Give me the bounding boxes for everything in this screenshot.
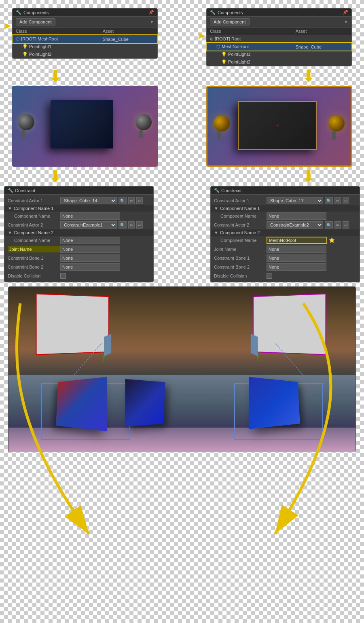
constraint-bone-2-row-right: Constraint Bone 2 [211,263,360,271]
wrench-icon-right: 🔧 [210,10,216,15]
disable-collision-checkbox-right[interactable] [267,273,272,279]
constraint-bone-1-input-left[interactable] [60,254,120,262]
constraint-actor-1-search-right[interactable]: 🔍 [325,197,333,204]
constraint-actor-1-pin-left[interactable]: ↩ [136,197,143,204]
component-name-1-value-right [267,212,356,220]
constraint-actor-2-search-left[interactable]: 🔍 [119,221,127,229]
highlight-icon-right: ⭐ [329,237,335,243]
joint-name-input-left[interactable] [60,246,120,253]
row-asset [99,51,157,58]
add-component-btn-right[interactable]: Add Component [210,18,250,25]
viewport-preview-row: + [0,86,364,167]
row-asset [99,43,157,51]
component-name-1-section-right[interactable]: ▼ Component Name 1 [211,205,360,212]
component-name-1-section-left[interactable]: ▼ Component Name 1 [4,205,153,212]
constraint-icon-right: 🔧 [214,188,220,193]
constraint-actor-1-search-left[interactable]: 🔍 [119,197,127,204]
right-light-sphere-2 [328,115,345,131]
constraint-bone-2-label-right: Constraint Bone 2 [214,265,267,269]
right-light-sphere-1 [214,115,230,131]
row-class: 💡 PointLight2 [13,51,99,58]
constraint-actor-2-pin-left[interactable]: ↩ [136,221,143,229]
col-asset-left: Asset [99,28,157,35]
constraint-bone-2-input-right[interactable] [267,263,326,271]
table-row[interactable]: ⊕ [ROOT] Root [207,35,351,43]
center-cube-3d [126,381,170,430]
joint-name-input-right[interactable] [267,246,326,253]
add-component-bar-left: Add Component ▼ [13,17,157,28]
disable-collision-value-left [60,273,150,279]
constraint-actor-1-value-left: Shape_Cube_14 🔍 ✏ ↩ [60,197,150,204]
constraint-actor-1-pin-right[interactable]: ↩ [343,197,349,204]
component-name-1-input-left[interactable] [60,212,120,220]
crosshair: + [275,122,279,129]
constraint-actor-1-edit-right[interactable]: ✏ [334,197,341,204]
joint-name-value-left [60,246,150,253]
left-viewport-cube [51,100,113,148]
row-asset [292,51,351,58]
constraint-actor-2-label-right: Constraint Actor 2 [214,222,267,227]
component-name-2-field-left: Component Name [4,236,153,245]
component-name-2-input-right[interactable] [267,237,327,244]
left-viewport-preview [12,86,158,167]
row-class: 💡 PointLight2 [207,58,292,66]
constraint-actor-1-edit-left[interactable]: ✏ [128,197,135,204]
constraint-actor-2-dropdown-left[interactable]: ConstrainExample1 [60,221,117,229]
row-class: ⬡ [ROOT] MeshRoot [13,35,99,43]
disable-collision-row-left: Disable Collision [4,271,153,280]
table-row[interactable]: 💡 PointLight1 [13,43,157,51]
constraint-actor-2-edit-left[interactable]: ✏ [128,221,135,229]
table-row[interactable]: ⬡ MeshNotRoot Shape_Cube [207,43,351,51]
left-down-arrow-1: ⬇ [49,68,62,84]
mesh-icon-right: ⬡ [216,44,220,49]
constraint-actor-2-dropdown-right[interactable]: ConstrainExample2 [267,221,323,229]
table-row[interactable]: ⬡ [ROOT] MeshRoot Shape_Cube [13,35,157,43]
table-row[interactable]: 💡 PointLight1 [207,51,351,58]
light-icon-3: 💡 [221,59,227,64]
left-light-sphere-1 [18,114,34,130]
wrench-icon: 🔧 [16,10,21,15]
col-class-right: Class [207,28,292,35]
constraint-actor-1-label-right: Constraint Actor 1 [214,198,267,203]
add-component-bar-right: Add Component ▼ [207,17,351,28]
constraint-bone-2-input-left[interactable] [60,263,120,271]
table-row[interactable]: 💡 PointLight2 [207,58,351,66]
constraint-bone-1-label-right: Constraint Bone 1 [214,256,267,261]
row-asset: Shape_Cube [292,43,351,51]
constraint-actor-1-dropdown-left[interactable]: Shape_Cube_14 [60,197,117,204]
add-component-dropdown-left[interactable]: ▼ [150,19,154,24]
section-arrow-2-left: ▼ [8,230,12,235]
joint-name-value-right [267,246,356,253]
component-name-2-section-label-right: Component Name 2 [220,230,260,235]
constraint-panels-row: 🔧 Constraint Constraint Actor 1 Shape_Cu… [0,186,364,282]
left-cube-3d [53,379,114,436]
constraint-actor-2-row-left: Constraint Actor 2 ConstrainExample1 🔍 ✏… [4,220,153,229]
table-row[interactable]: 💡 PointLight2 [13,51,157,58]
row-class-value: [ROOT] MeshRoot [21,36,58,41]
section-arrow-2-right: ▼ [214,230,218,235]
left-constraint-body: Constraint Actor 1 Shape_Cube_14 🔍 ✏ ↩ ▼… [4,195,153,282]
row-class-value: PointLight1 [228,52,250,57]
add-component-btn-left[interactable]: Add Component [16,18,55,25]
component-name-2-section-right[interactable]: ▼ Component Name 2 [211,229,360,236]
component-name-2-section-left[interactable]: ▼ Component Name 2 [4,229,153,236]
add-component-dropdown-right[interactable]: ▼ [344,19,348,24]
row-class-value: [ROOT] Root [215,36,241,41]
right-panel-titlebar: 🔧 Components 📌 [207,8,351,17]
joint-name-label-right: Joint Name [214,247,267,252]
row-asset [292,35,351,43]
constraint-bone-1-input-right[interactable] [267,254,326,262]
component-name-1-input-right[interactable] [267,212,326,220]
svg-line-0 [73,343,102,376]
light-icon: 💡 [22,44,28,49]
constraint-actor-2-edit-right[interactable]: ✏ [334,221,341,229]
constraint-actor-1-dropdown-right[interactable]: Shape_Cube_17 [267,197,323,204]
disable-collision-checkbox-left[interactable] [60,273,66,279]
cubes-scene [8,375,356,452]
constraint-bone-2-label-left: Constraint Bone 2 [8,265,60,269]
constraint-actor-1-row-left: Constraint Actor 1 Shape_Cube_14 🔍 ✏ ↩ [4,196,153,205]
constraint-actor-2-pin-right[interactable]: ↩ [343,221,349,229]
row-class: ⬡ MeshNotRoot [207,43,292,51]
component-name-2-input-left[interactable] [60,237,120,244]
constraint-actor-2-search-right[interactable]: 🔍 [325,221,333,229]
